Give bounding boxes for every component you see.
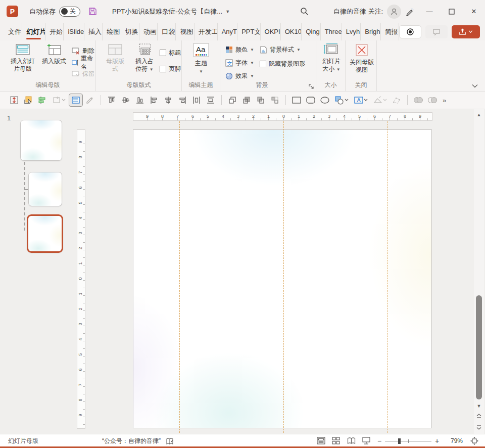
avatar[interactable] bbox=[387, 5, 401, 19]
rename-button[interactable]: 重命名 bbox=[72, 57, 95, 68]
master-layout-button[interactable]: 母版版式 bbox=[103, 43, 127, 73]
align-top-icon[interactable] bbox=[105, 94, 119, 107]
close-button[interactable]: ✕ bbox=[463, 0, 485, 23]
zoom-slider[interactable] bbox=[385, 435, 431, 447]
scrollbar-thumb[interactable] bbox=[476, 295, 482, 399]
slideshow-view-button[interactable] bbox=[359, 435, 374, 447]
tab-slide-master[interactable]: 幻灯片 bbox=[22, 23, 45, 40]
align-bottom-icon[interactable] bbox=[133, 94, 147, 107]
tab-draw[interactable]: 绘图 bbox=[103, 23, 121, 40]
footer-checkbox-box[interactable] bbox=[160, 66, 166, 72]
save-icon[interactable] bbox=[88, 7, 97, 16]
rectangle-shape-icon[interactable] bbox=[289, 94, 304, 107]
bring-forward-icon[interactable] bbox=[225, 94, 239, 107]
shapes-gallery-icon[interactable] bbox=[332, 94, 351, 107]
vertical-scrollbar[interactable]: ▲ ▼ bbox=[474, 109, 484, 434]
align-center-icon[interactable] bbox=[161, 94, 175, 107]
layout-thumbnail-1[interactable] bbox=[28, 172, 62, 206]
background-dialog-launcher[interactable] bbox=[309, 84, 314, 89]
themes-button[interactable]: Aa 主题▼ bbox=[190, 43, 212, 75]
align-right-icon[interactable] bbox=[175, 94, 189, 107]
tab-developer[interactable]: 开发工 bbox=[195, 23, 218, 40]
preserve-button[interactable]: 保留 bbox=[72, 68, 95, 80]
tab-insert[interactable]: 插入 bbox=[84, 23, 103, 40]
previous-slide-icon[interactable] bbox=[474, 412, 484, 421]
tab-okplus[interactable]: OKPI bbox=[261, 23, 281, 40]
row-height-tool-icon[interactable] bbox=[7, 94, 21, 107]
spell-check-icon[interactable] bbox=[166, 438, 174, 445]
tab-pptx[interactable]: PPT文 bbox=[237, 23, 260, 40]
master-slide-thumbnail[interactable] bbox=[20, 120, 62, 161]
maximize-button[interactable] bbox=[441, 0, 463, 23]
ellipse-shape-icon[interactable] bbox=[318, 94, 332, 107]
tab-jianbao[interactable]: 简报 bbox=[381, 23, 399, 40]
horizontal-ruler[interactable]: 9876543210123456789 bbox=[133, 112, 432, 121]
send-backward-icon[interactable] bbox=[239, 94, 254, 107]
autosave-toggle[interactable]: 关 bbox=[59, 7, 80, 17]
tab-animations[interactable]: 动画 bbox=[139, 23, 158, 40]
scroll-up-icon[interactable]: ▲ bbox=[474, 110, 484, 119]
tab-file[interactable]: 文件 bbox=[0, 23, 22, 40]
format-painter-tool-icon[interactable] bbox=[83, 94, 97, 107]
vertical-ruler[interactable]: 9876543210123456789 bbox=[77, 129, 85, 429]
record-button[interactable] bbox=[399, 25, 421, 38]
title-checkbox[interactable]: 标题 bbox=[160, 47, 181, 59]
vertical-guide-right[interactable] bbox=[387, 121, 388, 433]
vertical-guide-center[interactable] bbox=[283, 121, 284, 433]
next-slide-icon[interactable] bbox=[474, 423, 484, 432]
slide-sorter-view-button[interactable] bbox=[328, 435, 344, 447]
tab-anytools[interactable]: AnyT bbox=[218, 23, 238, 40]
insert-object-dropdown-icon[interactable] bbox=[50, 94, 69, 107]
group-objects-icon[interactable] bbox=[268, 94, 282, 107]
zoom-out-button[interactable]: − bbox=[374, 437, 385, 445]
slide-layout-tool-icon[interactable] bbox=[69, 94, 83, 107]
share-button[interactable] bbox=[452, 25, 480, 38]
pen-tool-icon[interactable] bbox=[401, 3, 418, 20]
fonts-button[interactable]: 文 字体▼ bbox=[225, 57, 254, 69]
tab-lvyh[interactable]: Lvyh bbox=[342, 23, 361, 40]
reading-view-button[interactable] bbox=[344, 435, 359, 447]
close-master-view-button[interactable]: 关闭母版视图 bbox=[349, 43, 374, 74]
tab-bright[interactable]: Brigh bbox=[361, 23, 381, 40]
comments-button[interactable] bbox=[425, 25, 448, 38]
background-styles-button[interactable]: 背景样式▼ bbox=[260, 44, 305, 56]
zoom-in-button[interactable]: + bbox=[431, 437, 443, 445]
tab-three[interactable]: Three bbox=[321, 23, 342, 40]
powerpoint-app-icon[interactable]: P bbox=[7, 6, 18, 17]
colors-button[interactable]: 颜色▼ bbox=[225, 44, 254, 56]
select-object-tool-icon[interactable] bbox=[21, 94, 35, 107]
shape-fill-icon[interactable] bbox=[370, 94, 390, 107]
insert-layout-button[interactable]: 插入版式 bbox=[39, 43, 69, 65]
view-status-label[interactable]: 幻灯片母版 bbox=[8, 437, 38, 445]
vertical-guide-left[interactable] bbox=[179, 121, 180, 433]
tab-transitions[interactable]: 切换 bbox=[121, 23, 139, 40]
effects-button[interactable]: 效果▼ bbox=[225, 70, 254, 82]
tab-pocket[interactable]: 口袋 bbox=[158, 23, 176, 40]
text-box-icon[interactable]: A bbox=[351, 94, 370, 107]
zoom-percentage[interactable]: 79% bbox=[443, 437, 463, 444]
tab-ok10[interactable]: OK10 bbox=[281, 23, 302, 40]
title-dropdown-icon[interactable]: ▼ bbox=[225, 9, 230, 14]
rounded-rectangle-shape-icon[interactable] bbox=[304, 94, 318, 107]
insert-slide-master-button[interactable]: 插入幻灯片母版 bbox=[8, 43, 37, 73]
layout-thumbnail-2-selected[interactable] bbox=[27, 214, 63, 253]
autosave-control[interactable]: 自动保存 关 bbox=[29, 7, 80, 17]
hide-background-checkbox-box[interactable] bbox=[260, 61, 266, 67]
tab-view[interactable]: 视图 bbox=[176, 23, 194, 40]
distribute-vertical-icon[interactable] bbox=[204, 94, 218, 107]
normal-view-button[interactable] bbox=[313, 435, 328, 447]
search-icon[interactable] bbox=[296, 3, 313, 20]
merge-shapes-union-icon[interactable] bbox=[411, 94, 425, 107]
tab-islide[interactable]: iSlide bbox=[64, 23, 84, 40]
insert-placeholder-button[interactable]: 插入占位符 ▼ bbox=[131, 43, 158, 73]
align-table-tool-icon[interactable] bbox=[35, 94, 50, 107]
footer-checkbox[interactable]: 页脚 bbox=[160, 63, 181, 75]
toolbar-overflow-button[interactable]: » bbox=[440, 97, 449, 104]
tab-home[interactable]: 开始 bbox=[45, 23, 64, 40]
merge-shapes-intersect-icon[interactable] bbox=[425, 94, 440, 107]
slide-size-button[interactable]: 幻灯片大小 ▼ bbox=[320, 43, 343, 73]
align-left-icon[interactable] bbox=[147, 94, 161, 107]
title-checkbox-box[interactable] bbox=[160, 50, 166, 56]
bring-to-front-icon[interactable] bbox=[254, 94, 268, 107]
align-middle-icon[interactable] bbox=[119, 94, 133, 107]
